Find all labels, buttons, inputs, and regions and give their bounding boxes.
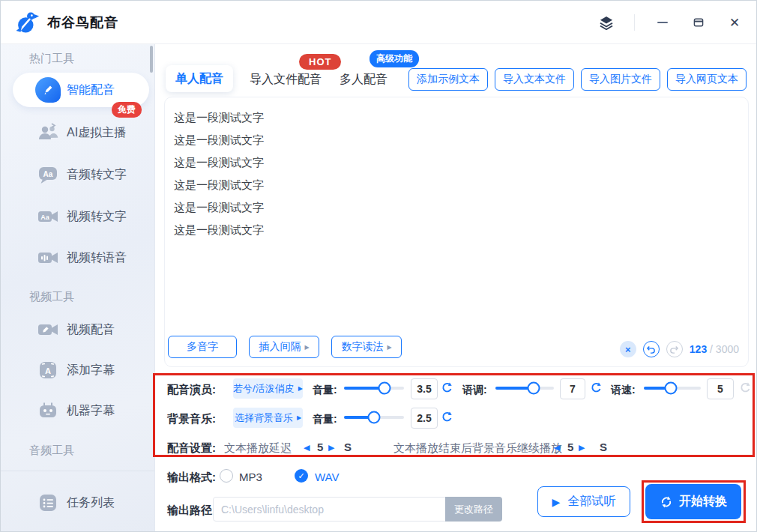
editor-line: 这是一段测试文字: [174, 196, 748, 219]
sidebar-scrollbar[interactable]: [150, 46, 153, 73]
slider-thumb[interactable]: [528, 382, 540, 395]
continue-increase-icon[interactable]: ▶: [579, 444, 585, 452]
clear-text-icon[interactable]: ×: [620, 341, 636, 357]
delay-unit: S: [344, 441, 352, 453]
add-subtitles-icon: A: [35, 357, 61, 383]
sidebar-item-task-list[interactable]: 任务列表: [1, 486, 154, 520]
free-badge: 免费: [112, 102, 142, 118]
sidebar: 热门工具 智能配音 AI虚拟主播 免费: [1, 44, 155, 531]
layers-icon[interactable]: [598, 14, 615, 31]
tab-multi-dubbing[interactable]: 多人配音: [340, 72, 387, 88]
svg-text:Aa: Aa: [43, 170, 53, 178]
video-to-audio-icon: [35, 245, 61, 270]
editor-line: 这是一段测试文字: [174, 106, 748, 129]
editor-line: 这是一段测试文字: [174, 129, 748, 151]
bg-music-label: 背景音乐:: [167, 412, 216, 426]
mp3-radio[interactable]: [220, 469, 233, 483]
smart-dubbing-icon: [35, 77, 61, 103]
output-path-input[interactable]: [213, 497, 446, 522]
app-logo-bird-icon: [14, 10, 40, 35]
insert-pause-button[interactable]: 插入间隔▶: [249, 336, 319, 358]
continue-unit: S: [600, 441, 607, 453]
svg-text:A: A: [45, 366, 51, 375]
pitch-value[interactable]: 7: [560, 378, 585, 399]
sidebar-item-video-dubbing[interactable]: 视频配音: [1, 312, 154, 347]
continue-value: 5: [567, 441, 573, 453]
delay-decrease-icon[interactable]: ◀: [304, 444, 310, 452]
speed-reset-icon[interactable]: [739, 381, 752, 394]
sidebar-divider: [1, 471, 154, 471]
sidebar-item-add-subtitles[interactable]: A 添加字幕: [1, 353, 154, 387]
sidebar-item-video-to-text[interactable]: Aa 视频转文字: [1, 199, 154, 234]
editor-line: 这是一段测试文字: [174, 151, 748, 174]
polyphonic-button[interactable]: 多音字: [168, 336, 237, 358]
editor-line: 这是一段测试文字: [174, 174, 748, 196]
preview-all-button[interactable]: ▶ 全部试听: [537, 486, 630, 517]
section-audio-tools: 音频工具: [29, 444, 74, 458]
svg-text:Aa: Aa: [40, 214, 49, 221]
change-path-button[interactable]: 更改路径: [445, 497, 502, 522]
music-volume-label: 音量:: [313, 413, 337, 426]
sidebar-item-machine-subtitles[interactable]: 机器字幕: [1, 393, 154, 428]
sidebar-item-audio-to-text[interactable]: Aa 音频转文字: [1, 157, 154, 192]
titlebar-divider: [634, 14, 635, 31]
pitch-slider[interactable]: [495, 378, 554, 399]
start-convert-button[interactable]: 开始转换: [645, 484, 741, 519]
section-hot-tools: 热门工具: [29, 52, 74, 66]
video-to-text-icon: Aa: [35, 204, 61, 229]
music-volume-reset-icon[interactable]: [441, 411, 453, 423]
delay-increase-icon[interactable]: ▶: [328, 444, 334, 452]
mp3-label[interactable]: MP3: [239, 471, 262, 483]
speed-slider[interactable]: [644, 378, 701, 399]
import-text-file-button[interactable]: 导入文本文件: [495, 68, 574, 91]
chevron-right-icon: ▶: [298, 385, 303, 392]
music-volume-value[interactable]: 2.5: [411, 408, 438, 429]
redo-icon[interactable]: [666, 341, 683, 357]
add-sample-text-button[interactable]: 添加示例文本: [408, 68, 488, 91]
app-window: 布谷鸟配音 ✕ 热门工具: [0, 0, 757, 532]
machine-subtitles-icon: [35, 398, 61, 423]
delay-value: 5: [317, 441, 323, 453]
tab-file-dubbing[interactable]: 导入文件配音: [250, 72, 322, 88]
import-image-file-button[interactable]: 导入图片文件: [581, 68, 660, 91]
output-format-label: 输出格式:: [167, 471, 216, 485]
minimize-button[interactable]: [654, 14, 671, 31]
convert-icon: [660, 495, 673, 509]
sidebar-item-video-to-audio[interactable]: 视频转语音: [1, 241, 154, 275]
import-webpage-text-button[interactable]: 导入网页文本: [667, 68, 747, 91]
bg-music-select-button[interactable]: 选择背景音乐▶: [233, 408, 303, 428]
music-volume-slider[interactable]: [344, 407, 404, 428]
output-path-label: 输出路径:: [167, 504, 216, 518]
import-buttons-row: 添加示例文本 导入文本文件 导入图片文件 导入网页文本: [408, 68, 747, 91]
advanced-feature-badge: 高级功能: [370, 50, 419, 67]
close-button[interactable]: ✕: [726, 14, 743, 31]
continue-decrease-icon[interactable]: ◀: [554, 444, 560, 452]
editor-status-cluster: × 123 / 3000: [620, 341, 739, 357]
slider-thumb[interactable]: [368, 411, 381, 424]
voice-select-button[interactable]: 若兮/活泼俏皮▶: [233, 378, 303, 399]
speed-value[interactable]: 5: [707, 378, 734, 399]
task-list-icon: [35, 490, 61, 516]
number-reading-button[interactable]: 数字读法▶: [331, 336, 402, 358]
pitch-label: 语调:: [462, 384, 487, 397]
speed-label: 语速:: [611, 384, 636, 397]
dub-settings-label: 配音设置:: [167, 441, 216, 456]
text-editor[interactable]: 这是一段测试文字 这是一段测试文字 这是一段测试文字 这是一段测试文字 这是一段…: [164, 97, 749, 367]
volume-value[interactable]: 3.5: [411, 378, 438, 399]
titlebar: 布谷鸟配音 ✕: [1, 1, 756, 44]
volume-slider[interactable]: [344, 378, 404, 399]
wav-radio[interactable]: ✓: [295, 469, 308, 483]
slider-thumb[interactable]: [664, 382, 677, 395]
pitch-reset-icon[interactable]: [590, 381, 603, 394]
app-title: 布谷鸟配音: [47, 13, 118, 31]
slider-thumb[interactable]: [378, 382, 391, 395]
volume-reset-icon[interactable]: [441, 381, 453, 394]
editor-line: 这是一段测试文字: [174, 219, 748, 241]
tab-single-dubbing[interactable]: 单人配音: [166, 65, 233, 92]
chevron-right-icon: ▶: [387, 344, 391, 351]
undo-icon[interactable]: [643, 341, 660, 357]
hot-badge: HOT: [299, 54, 341, 70]
wav-label[interactable]: WAV: [315, 471, 340, 483]
sidebar-item-ai-host[interactable]: AI虚拟主播 免费: [1, 115, 154, 150]
maximize-button[interactable]: [690, 14, 707, 31]
